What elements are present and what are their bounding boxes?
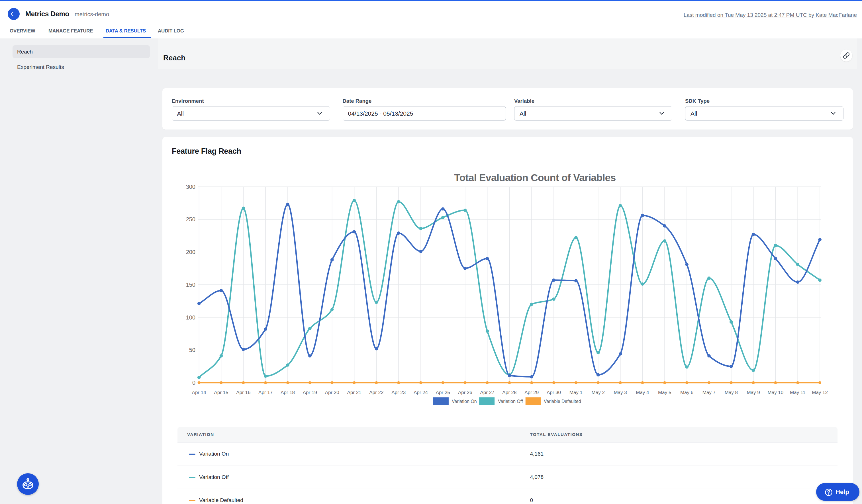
svg-text:Variable Defaulted: Variable Defaulted <box>544 399 581 404</box>
svg-text:200: 200 <box>186 249 195 255</box>
svg-text:Apr 30: Apr 30 <box>547 390 561 395</box>
svg-text:Apr 22: Apr 22 <box>369 390 383 395</box>
svg-text:50: 50 <box>189 347 195 353</box>
svg-text:Apr 15: Apr 15 <box>214 390 228 395</box>
svg-text:May 3: May 3 <box>614 390 627 395</box>
svg-text:May 11: May 11 <box>790 390 806 395</box>
svg-text:Apr 20: Apr 20 <box>325 390 339 395</box>
svg-text:Apr 25: Apr 25 <box>436 390 450 395</box>
svg-text:Apr 16: Apr 16 <box>236 390 250 395</box>
svg-text:150: 150 <box>186 282 195 288</box>
svg-text:100: 100 <box>186 314 195 321</box>
svg-text:Variation On: Variation On <box>452 399 477 404</box>
svg-text:Apr 28: Apr 28 <box>502 390 517 395</box>
svg-text:Apr 17: Apr 17 <box>258 390 273 395</box>
svg-text:Apr 27: Apr 27 <box>480 390 494 395</box>
svg-text:May 9: May 9 <box>747 390 760 395</box>
svg-text:Apr 24: Apr 24 <box>414 390 428 395</box>
svg-text:Total Evaluation Count of Vari: Total Evaluation Count of Variables <box>454 172 616 183</box>
svg-text:May 6: May 6 <box>680 390 693 395</box>
svg-text:300: 300 <box>186 184 195 190</box>
svg-text:Apr 29: Apr 29 <box>524 390 539 395</box>
svg-text:250: 250 <box>186 216 195 222</box>
svg-text:Apr 21: Apr 21 <box>347 390 361 395</box>
svg-text:May 12: May 12 <box>812 390 828 395</box>
svg-text:May 4: May 4 <box>636 390 649 395</box>
svg-text:Apr 14: Apr 14 <box>192 390 206 395</box>
svg-text:May 1: May 1 <box>570 390 583 395</box>
svg-text:Apr 19: Apr 19 <box>303 390 317 395</box>
svg-text:Apr 26: Apr 26 <box>458 390 472 395</box>
svg-text:May 7: May 7 <box>703 390 716 395</box>
svg-text:May 2: May 2 <box>592 390 605 395</box>
svg-text:May 8: May 8 <box>725 390 738 395</box>
svg-text:Apr 23: Apr 23 <box>391 390 406 395</box>
svg-text:Apr 18: Apr 18 <box>280 390 295 395</box>
svg-text:May 5: May 5 <box>658 390 671 395</box>
svg-text:0: 0 <box>192 380 195 386</box>
svg-text:May 10: May 10 <box>768 390 784 395</box>
svg-text:Variation Off: Variation Off <box>498 399 523 404</box>
